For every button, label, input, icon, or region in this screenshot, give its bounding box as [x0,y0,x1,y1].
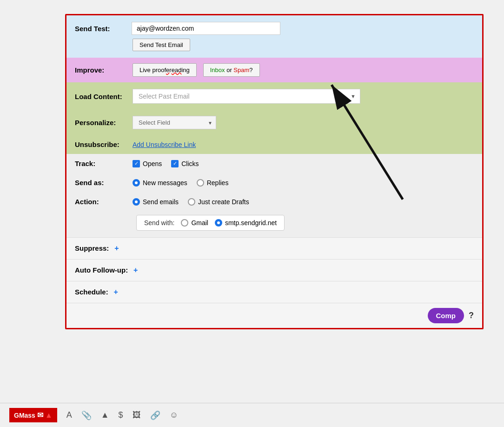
inbox-text: Inbox [210,67,225,73]
opens-label: Opens [143,160,162,167]
question-text: ? [249,67,252,73]
past-email-select[interactable]: Select Past Email [133,89,360,104]
add-unsubscribe-link[interactable]: Add Unsubscribe Link [133,141,196,148]
track-section: Track: ✓ Opens ✓ Clicks [66,154,482,173]
send-as-radio-group: New messages Replies [133,179,228,187]
gmass-red-icon: ▲ [45,411,53,420]
email-input[interactable] [132,22,280,35]
action-label: Action: [75,198,126,206]
or-text: or [225,67,234,73]
replies-radio-icon [197,179,204,187]
question-mark[interactable]: ? [469,311,474,320]
smtp-radio[interactable]: smtp.sendgrid.net [215,219,277,227]
new-messages-radio[interactable]: New messages [133,179,187,187]
send-emails-label: Send emails [143,198,179,206]
suppress-section: Suppress: + [66,237,482,259]
toolbar-image-icon[interactable]: 🖼 [133,410,141,420]
main-panel: Send Test: Send Test Email Improve: Live… [65,14,484,329]
proofreading-underline-ead: ead [172,67,182,73]
action-section: Action: Send emails Just create Drafts [66,192,482,211]
smtp-radio-icon [215,219,222,227]
gmass-logo: GMass ✉ ▲ [9,408,57,422]
toolbar-emoji-icon[interactable]: ☺ [170,410,178,420]
clicks-label: Clicks [181,160,199,167]
gmass-label: GMass [14,412,35,419]
opens-checkbox-item[interactable]: ✓ Opens [133,160,162,167]
send-test-button[interactable]: Send Test Email [133,39,190,51]
schedule-section: Schedule: + [66,281,482,303]
replies-radio[interactable]: Replies [197,179,229,187]
proofreading-underline-e: e [166,67,169,73]
send-emails-radio-icon [133,198,140,206]
checkbox-group: ✓ Opens ✓ Clicks [133,160,199,167]
send-emails-radio[interactable]: Send emails [133,198,179,206]
just-drafts-radio[interactable]: Just create Drafts [188,198,249,206]
personalize-label: Personalize: [75,119,126,127]
suppress-plus[interactable]: + [114,244,119,252]
proofreading-button[interactable]: Live proofereading [133,63,197,77]
suppress-label: Suppress: [75,244,109,252]
replies-label: Replies [207,179,229,187]
toolbar-dollar-icon[interactable]: $ [119,410,123,420]
auto-followup-section: Auto Follow-up: + [66,259,482,281]
toolbar-attachment-icon[interactable]: 📎 [81,410,92,420]
smtp-label: smtp.sendgrid.net [225,219,277,227]
bottom-toolbar: GMass ✉ ▲ A 📎 ▲ $ 🖼 🔗 ☺ [0,403,504,427]
spam-text: Spam [233,67,249,73]
footer-section: Comp ? [66,303,482,328]
toolbar-link-icon[interactable]: 🔗 [150,410,160,420]
send-with-section: Send with: Gmail smtp.sendgrid.net [66,211,482,237]
auto-followup-plus[interactable]: + [133,266,138,274]
gmail-radio[interactable]: Gmail [181,219,208,227]
improve-label: Improve: [75,66,126,74]
load-content-label: Load Content: [75,93,126,100]
past-email-wrapper[interactable]: Select Past Email [133,89,360,104]
unsubscribe-label: Unsubscribe: [75,140,126,148]
toolbar-text-icon[interactable]: A [66,410,72,420]
gmass-icon: ✉ [37,411,43,420]
unsubscribe-section: Unsubscribe: Add Unsubscribe Link [66,135,482,154]
toolbar-triangle-icon[interactable]: ▲ [101,410,109,420]
new-messages-label: New messages [143,179,187,187]
clicks-checkbox-item[interactable]: ✓ Clicks [171,160,199,167]
new-messages-radio-icon [133,179,140,187]
send-test-row: Send Test: [75,22,474,35]
select-field-wrapper[interactable]: Select Field [133,116,216,129]
schedule-plus[interactable]: + [114,288,118,296]
personalize-section: Personalize: Select Field [66,110,482,135]
send-as-label: Send as: [75,179,126,187]
improve-section: Improve: Live proofereading Inbox or Spa… [66,58,482,82]
send-with-label: Send with: [144,219,174,227]
inbox-spam-button[interactable]: Inbox or Spam? [203,63,260,77]
track-label: Track: [75,160,126,167]
comp-button[interactable]: Comp [428,308,464,323]
schedule-label: Schedule: [75,288,108,296]
gmail-label: Gmail [191,219,208,227]
auto-followup-label: Auto Follow-up: [75,266,128,274]
gmail-radio-icon [181,219,188,227]
action-radio-group: Send emails Just create Drafts [133,198,249,206]
send-with-box: Send with: Gmail smtp.sendgrid.net [136,215,285,231]
select-field-dropdown[interactable]: Select Field [133,116,216,129]
send-test-section: Send Test: Send Test Email [66,15,482,58]
clicks-checkbox-icon: ✓ [171,160,179,167]
send-test-label: Send Test: [75,25,126,33]
load-content-section: Load Content: Select Past Email [66,82,482,110]
send-as-section: Send as: New messages Replies [66,173,482,192]
just-drafts-label: Just create Drafts [198,198,249,206]
send-test-btn-row: Send Test Email [75,39,474,51]
just-drafts-radio-icon [188,198,195,206]
opens-checkbox-icon: ✓ [133,160,140,167]
